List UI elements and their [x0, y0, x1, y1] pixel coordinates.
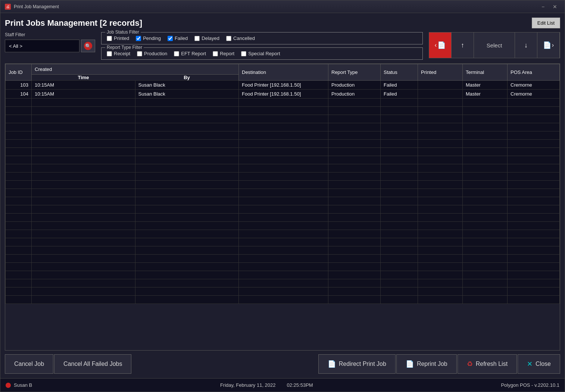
header-row: Print Jobs Management [2 records] Edit L… — [5, 18, 560, 28]
edit-list-button[interactable]: Edit List — [532, 18, 560, 28]
cell-job-id: 103 — [6, 81, 32, 90]
close-icon: ✕ — [527, 360, 533, 368]
cancel-job-button[interactable]: Cancel Job — [5, 354, 53, 374]
col-header-created[interactable]: Created — [32, 64, 239, 75]
table-row-empty — [6, 131, 560, 140]
reprint-job-button[interactable]: 📄 Reprint Job — [396, 354, 457, 374]
job-status-legend: Job Status Filter — [105, 29, 141, 35]
status-pending-checkbox[interactable] — [136, 36, 141, 41]
type-production-checkbox-item[interactable]: Production — [137, 51, 167, 56]
type-production-checkbox[interactable] — [137, 51, 142, 56]
status-failed-checkbox[interactable] — [168, 36, 173, 41]
col-header-status[interactable]: Status — [381, 64, 418, 81]
type-report-checkbox[interactable] — [213, 51, 218, 56]
toolbar-buttons: ‹ 📄 ↑ Select ↓ 📄 › — [429, 32, 560, 58]
toolbar-up-button[interactable]: ↑ — [452, 32, 474, 58]
status-cancelled-checkbox-item[interactable]: Cancelled — [226, 35, 255, 41]
table-row-empty — [6, 246, 560, 255]
col-header-job-id[interactable]: Job ID — [6, 64, 32, 81]
table-row[interactable]: 104 10:15AM Susan Black Food Printer [19… — [6, 90, 560, 99]
status-failed-checkbox-item[interactable]: Failed — [168, 35, 188, 41]
toolbar-select-button[interactable]: Select — [474, 32, 515, 58]
down-arrow-icon: ↓ — [524, 41, 528, 49]
status-pending-label: Pending — [143, 35, 161, 41]
cell-status: Failed — [381, 90, 418, 99]
table-row-empty — [6, 222, 560, 230]
staff-search-button[interactable]: 🔍 — [81, 40, 95, 52]
type-receipt-label: Receipt — [114, 51, 130, 56]
reprint-icon: 📄 — [406, 360, 414, 368]
col-header-pos-area[interactable]: POS Area — [508, 64, 560, 81]
status-delayed-checkbox[interactable] — [194, 36, 200, 41]
status-bar-left: Susan B — [6, 382, 32, 388]
toolbar-next-page-button[interactable]: 📄 › — [537, 32, 560, 58]
redirect-icon: 📄 — [328, 360, 336, 368]
col-header-terminal[interactable]: Terminal — [463, 64, 508, 81]
table-row-empty — [6, 197, 560, 205]
status-right: Polygon POS - v.2202.10.1 — [501, 382, 559, 388]
status-pending-checkbox-item[interactable]: Pending — [136, 35, 161, 41]
table-row-empty — [6, 115, 560, 123]
type-special-checkbox-item[interactable]: Special Report — [241, 51, 280, 56]
type-special-label: Special Report — [248, 51, 280, 56]
staff-filter-input[interactable] — [5, 40, 79, 52]
status-version: Polygon POS - v.2202.10.1 — [501, 382, 559, 388]
app-icon: 🖨 — [5, 4, 11, 10]
type-eft-checkbox[interactable] — [174, 51, 179, 56]
job-status-filter: Job Status Filter Printed Pending Fai — [101, 32, 423, 44]
next-page-icon: 📄 › — [543, 41, 554, 49]
toolbar-prev-page-button[interactable]: ‹ 📄 — [429, 32, 452, 58]
cell-pos-area: Cremorne — [508, 90, 560, 99]
status-time: 02:25:53PM — [287, 382, 313, 388]
cell-terminal: Master — [463, 90, 508, 99]
table-row[interactable]: 103 10:15AM Susan Black Food Printer [19… — [6, 81, 560, 90]
col-header-destination[interactable]: Destination — [239, 64, 328, 81]
type-receipt-checkbox-item[interactable]: Receipt — [107, 51, 130, 56]
refresh-list-button[interactable]: ♻ Refresh List — [458, 354, 517, 374]
type-report-checkbox-item[interactable]: Report — [213, 51, 234, 56]
cell-printed — [418, 90, 463, 99]
redirect-print-button[interactable]: 📄 Redirect Print Job — [318, 354, 396, 374]
type-eft-checkbox-item[interactable]: EFT Report — [174, 51, 206, 56]
table-row-empty — [6, 156, 560, 164]
status-delayed-checkbox-item[interactable]: Delayed — [194, 35, 219, 41]
col-header-report-type[interactable]: Report Type — [328, 64, 381, 81]
type-receipt-checkbox[interactable] — [107, 51, 112, 56]
type-eft-label: EFT Report — [181, 51, 206, 56]
title-bar-left: 🖨 Print Job Management — [5, 4, 59, 10]
table-row-empty — [6, 99, 560, 107]
status-bar: Susan B Friday, February 11, 2022 02:25:… — [0, 378, 565, 392]
cell-job-id: 104 — [6, 90, 32, 99]
table-row-empty — [6, 148, 560, 156]
minimize-button[interactable]: − — [538, 3, 548, 11]
cancel-all-failed-button[interactable]: Cancel All Failed Jobs — [54, 354, 131, 374]
close-window-button[interactable]: ✕ — [550, 3, 560, 11]
refresh-icon: ♻ — [467, 360, 473, 368]
staff-filter-label: Staff Filter — [5, 32, 95, 37]
cell-printed — [418, 81, 463, 90]
cell-by: Susan Black — [135, 90, 239, 99]
cell-report-type: Production — [328, 81, 381, 90]
col-header-time[interactable]: Time — [32, 75, 135, 81]
data-table-container: Job ID Created Destination Report Type S… — [5, 63, 560, 351]
job-status-checkboxes: Printed Pending Failed Delayed — [107, 35, 417, 41]
cell-time: 10:15AM — [32, 81, 135, 90]
filters-row: Staff Filter 🔍 Job Status Filter — [5, 32, 560, 60]
status-printed-checkbox[interactable] — [107, 36, 112, 41]
table-row-empty — [6, 172, 560, 181]
type-special-checkbox[interactable] — [241, 51, 246, 56]
status-cancelled-checkbox[interactable] — [226, 36, 231, 41]
table-row-empty — [6, 287, 560, 296]
toolbar-down-button[interactable]: ↓ — [515, 32, 537, 58]
col-header-printed[interactable]: Printed — [418, 64, 463, 81]
col-header-by[interactable]: By — [135, 75, 239, 81]
close-button[interactable]: ✕ Close — [518, 354, 560, 374]
status-cancelled-label: Cancelled — [233, 35, 255, 41]
table-row-empty — [6, 123, 560, 131]
status-printed-checkbox-item[interactable]: Printed — [107, 35, 129, 41]
title-bar: 🖨 Print Job Management − ✕ — [0, 0, 565, 13]
table-row-empty — [6, 279, 560, 287]
table-row-empty — [6, 230, 560, 238]
staff-filter-section: Staff Filter 🔍 — [5, 32, 95, 52]
filter-groups: Job Status Filter Printed Pending Fai — [101, 32, 423, 60]
